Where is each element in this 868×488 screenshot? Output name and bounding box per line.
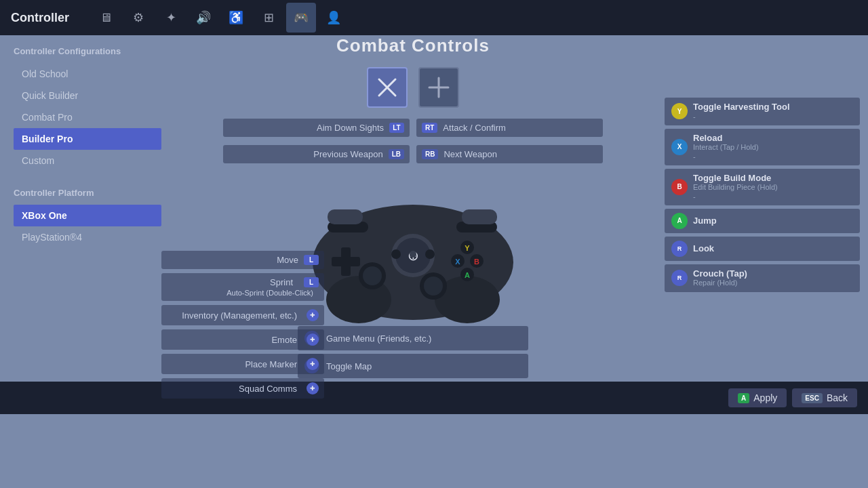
reload-sub2: - bbox=[693, 152, 759, 161]
place-marker-icon: ✚ bbox=[307, 358, 319, 370]
svg-rect-27 bbox=[462, 209, 497, 224]
toggle-harvesting-main: Toggle Harvesting Tool bbox=[693, 102, 790, 113]
move-binding[interactable]: Move L bbox=[161, 251, 324, 269]
move-badge: L bbox=[304, 255, 319, 265]
config-builder-pro[interactable]: Builder Pro bbox=[14, 128, 161, 150]
auto-sprint-label: Auto-Sprint (Double-Click) bbox=[226, 289, 313, 297]
toggle-harvesting-sub: - bbox=[693, 113, 790, 121]
interact-sub: Interact (Tap / Hold) bbox=[693, 143, 759, 152]
jump-main: Jump bbox=[693, 216, 717, 226]
controller-nav-btn[interactable]: 🎮 bbox=[286, 3, 316, 33]
svg-text:X: X bbox=[455, 258, 460, 266]
combat-controls-title: Combat Controls bbox=[336, 35, 490, 56]
back-button[interactable]: ESC Back bbox=[792, 388, 857, 407]
reload-interact-binding[interactable]: X Reload Interact (Tap / Hold) - bbox=[665, 129, 860, 165]
toggle-map-binding[interactable]: ◉ Toggle Map bbox=[298, 354, 528, 378]
accessibility-nav-btn[interactable]: ♿ bbox=[221, 3, 251, 33]
apply-label: Apply bbox=[753, 392, 777, 403]
aim-down-sights-binding[interactable]: Aim Down Sights LT bbox=[223, 119, 410, 137]
inventory-label: Inventory (Management, etc.) bbox=[182, 310, 297, 321]
bottom-bindings-list: ☰ Game Menu (Friends, etc.) ◉ Toggle Map bbox=[298, 326, 528, 382]
svg-point-30 bbox=[410, 251, 416, 258]
monitor-nav-btn[interactable]: 🖥 bbox=[91, 3, 121, 33]
controller-config-list: Old School Quick Builder Combat Pro Buil… bbox=[14, 63, 161, 171]
apply-button[interactable]: A Apply bbox=[728, 388, 787, 407]
page-title: Controller bbox=[11, 11, 69, 25]
svg-point-28 bbox=[391, 249, 401, 259]
next-weapon-label: Next Weapon bbox=[443, 149, 497, 159]
x-button-badge: X bbox=[671, 139, 688, 155]
back-key-badge: ESC bbox=[802, 393, 823, 403]
settings-nav-btn[interactable]: ⚙ bbox=[123, 3, 153, 33]
controller-platform-section-title: Controller Platform bbox=[14, 188, 161, 198]
previous-weapon-label: Previous Weapon bbox=[313, 149, 382, 159]
look-main: Look bbox=[693, 243, 714, 254]
center-content: Combat Controls Aim Down Sights bbox=[161, 35, 665, 382]
move-label: Move bbox=[277, 255, 298, 265]
config-custom[interactable]: Custom bbox=[14, 150, 161, 171]
look-binding[interactable]: R Look bbox=[665, 237, 860, 261]
bottom-action-bar: A Apply ESC Back bbox=[0, 382, 868, 414]
combat-mode-weapons-tab[interactable] bbox=[367, 67, 408, 108]
controller-image: ⊕ Y X B A bbox=[298, 174, 528, 323]
sprint-binding[interactable]: Sprint L Auto-Sprint (Double-Click) bbox=[161, 273, 324, 301]
svg-text:A: A bbox=[465, 271, 470, 279]
squad-comms-label: Squad Comms bbox=[239, 384, 297, 394]
next-weapon-binding[interactable]: RB Next Weapon bbox=[416, 145, 603, 163]
svg-text:B: B bbox=[474, 258, 479, 266]
game-menu-label: Game Menu (Friends, etc.) bbox=[326, 333, 431, 344]
volume-nav-btn[interactable]: 🔊 bbox=[189, 3, 218, 33]
sprint-label: Sprint bbox=[270, 277, 293, 287]
platform-xbox[interactable]: XBox One bbox=[14, 205, 161, 226]
attack-confirm-binding[interactable]: RT Attack / Confirm bbox=[416, 119, 603, 137]
config-combat-pro[interactable]: Combat Pro bbox=[14, 106, 161, 128]
jump-binding[interactable]: A Jump bbox=[665, 209, 860, 233]
nav-icon-group: 🖥 ⚙ ✦ 🔊 ♿ ⊞ 🎮 👤 bbox=[91, 3, 349, 33]
toggle-map-label: Toggle Map bbox=[326, 361, 372, 371]
svg-rect-26 bbox=[328, 209, 363, 224]
layout-nav-btn[interactable]: ⊞ bbox=[254, 3, 283, 33]
place-marker-binding[interactable]: Place Marker ✚ bbox=[161, 354, 324, 374]
game-menu-binding[interactable]: ☰ Game Menu (Friends, etc.) bbox=[298, 326, 528, 350]
controller-platform-list: XBox One PlayStation®4 bbox=[14, 205, 161, 248]
build-sub2: - bbox=[693, 192, 778, 201]
next-weapon-badge: RB bbox=[422, 149, 438, 159]
repair-sub: Repair (Hold) bbox=[693, 279, 747, 287]
toggle-build-main: Toggle Build Mode bbox=[693, 173, 778, 184]
inventory-binding[interactable]: Inventory (Management, etc.) ✚ bbox=[161, 305, 324, 325]
config-quick-builder[interactable]: Quick Builder bbox=[14, 85, 161, 106]
emote-icon: ✚ bbox=[307, 333, 319, 346]
svg-point-11 bbox=[363, 266, 382, 285]
b-button-badge: B bbox=[671, 179, 688, 195]
config-old-school[interactable]: Old School bbox=[14, 63, 161, 85]
apply-key-badge: A bbox=[738, 393, 749, 403]
crouch-repair-binding[interactable]: R Crouch (Tap) Repair (Hold) bbox=[665, 264, 860, 292]
y-button-badge: Y bbox=[671, 103, 688, 119]
edit-building-sub: Edit Building Piece (Hold) bbox=[693, 183, 778, 192]
combat-mode-build-tab[interactable] bbox=[418, 67, 459, 108]
squad-comms-binding[interactable]: Squad Comms ✚ bbox=[161, 378, 324, 399]
emote-label: Emote bbox=[271, 335, 297, 345]
toggle-harvesting-tool-binding[interactable]: Y Toggle Harvesting Tool - bbox=[665, 98, 860, 125]
top-navigation-bar: Controller 🖥 ⚙ ✦ 🔊 ♿ ⊞ 🎮 👤 bbox=[0, 0, 868, 35]
inventory-icon: ✚ bbox=[307, 309, 319, 321]
r-stick-look-badge: R bbox=[671, 241, 688, 257]
previous-weapon-binding[interactable]: Previous Weapon LB bbox=[223, 145, 410, 163]
a-button-badge: A bbox=[671, 213, 688, 229]
back-label: Back bbox=[827, 392, 848, 403]
squad-comms-icon: ✚ bbox=[307, 382, 319, 394]
platform-ps4[interactable]: PlayStation®4 bbox=[14, 226, 161, 248]
combat-mode-icons bbox=[367, 67, 459, 108]
brightness-nav-btn[interactable]: ✦ bbox=[156, 3, 186, 33]
previous-weapon-badge: LB bbox=[389, 149, 404, 159]
main-content: Controller Configurations Old School Qui… bbox=[0, 35, 868, 382]
svg-point-13 bbox=[424, 277, 443, 296]
emote-binding[interactable]: Emote ✚ bbox=[161, 329, 324, 350]
account-nav-btn[interactable]: 👤 bbox=[319, 3, 349, 33]
r-stick-crouch-badge: R bbox=[671, 270, 688, 286]
crouch-main: Crouch (Tap) bbox=[693, 268, 747, 279]
sprint-badge: L bbox=[304, 277, 319, 287]
toggle-build-mode-binding[interactable]: B Toggle Build Mode Edit Building Piece … bbox=[665, 169, 860, 205]
right-bindings-panel: Y Toggle Harvesting Tool - X Reload Inte… bbox=[665, 35, 868, 382]
aim-down-sights-label: Aim Down Sights bbox=[317, 123, 384, 133]
